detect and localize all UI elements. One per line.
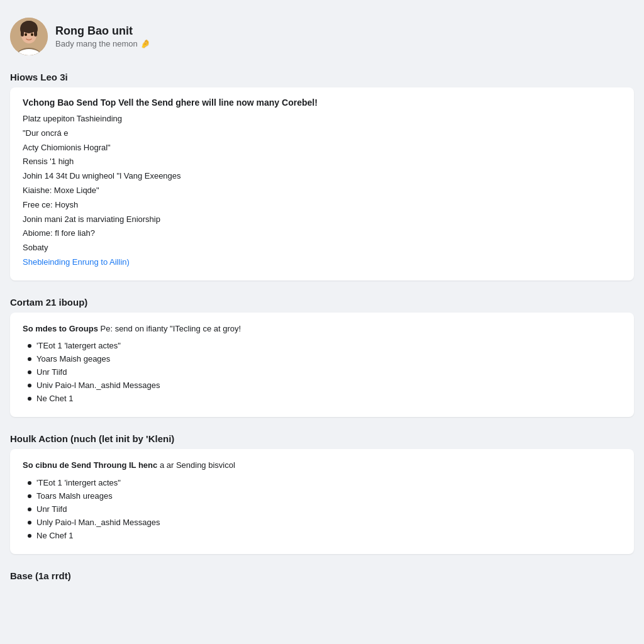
section1-lines: Platz upepiton Tashieinding "Dur oncrá e… (23, 113, 621, 269)
bullet-icon (28, 508, 31, 511)
profile-subtitle: Bady mang the nemon 🤌 (55, 39, 150, 48)
profile-info: Rong Bao unit Bady mang the nemon 🤌 (55, 25, 150, 48)
section1-line-2: "Dur oncrá e (23, 127, 621, 140)
bullet-icon (28, 397, 31, 401)
bullet-icon (28, 357, 31, 361)
section1-line-10: Sobaty (23, 242, 621, 255)
svg-point-6 (25, 33, 27, 36)
section3-list: 'TEot 1 'intergert actes" Toars Malsh ur… (23, 478, 621, 540)
section1-card-title: Vchong Bao Send Top Vell the Send ghere … (23, 97, 621, 108)
section1-line-3: Acty Chiomionis Hogral" (23, 142, 621, 155)
list-item: Unr Tiifd (28, 504, 621, 514)
section2-card: So mdes to Groups Pe: send on ifianty "I… (10, 313, 634, 418)
bullet-icon (28, 494, 31, 498)
list-item: Univ Paio-l Man._ashid Messages (28, 380, 621, 390)
bullet-icon (28, 344, 31, 348)
section1-line-6: Kiaishe: Moxe Liqde" (23, 184, 621, 197)
section1-line-7: Free ce: Hoysh (23, 199, 621, 212)
section1-link[interactable]: Shebleinding Enrung to Aillin) (23, 256, 621, 269)
list-item: Yoars Maish geages (28, 354, 621, 364)
section1-line-5: Johin 14 34t Du wnigheol "l Vang Exeenge… (23, 170, 621, 183)
svg-rect-4 (21, 27, 24, 36)
section1-card: Vchong Bao Send Top Vell the Send ghere … (10, 87, 634, 280)
list-item: Unr Tiifd (28, 367, 621, 377)
section4-header: Base (1a rrdt) (10, 564, 634, 586)
emoji-icon: 🤌 (140, 39, 150, 48)
bullet-icon (28, 521, 31, 525)
list-item: Ne Chef 1 (28, 531, 621, 540)
bullet-icon (28, 384, 31, 387)
section2-list: 'TEot 1 'latergert actes" Yoars Maish ge… (23, 341, 621, 403)
section1-header: Hiows Leo 3i (10, 65, 634, 87)
profile-name: Rong Bao unit (55, 25, 150, 38)
bullet-icon (28, 481, 31, 485)
section3-intro: So cibnu de Send Throung IL henc a ar Se… (23, 459, 621, 472)
section1-line-8: Jonin mani 2at is marviating Eniorship (23, 213, 621, 226)
list-item: 'TEot 1 'intergert actes" (28, 478, 621, 487)
svg-point-7 (31, 33, 33, 36)
bullet-icon (28, 534, 31, 538)
list-item: 'TEot 1 'latergert actes" (28, 341, 621, 350)
section1-line-1: Platz upepiton Tashieinding (23, 113, 621, 126)
list-item: Unly Paio-l Man._ashid Messages (28, 518, 621, 527)
section1-line-9: Abiome: fl fore liah? (23, 227, 621, 240)
list-item: Ne Chet 1 (28, 394, 621, 403)
avatar (10, 18, 48, 55)
list-item: Toars Malsh ureages (28, 491, 621, 501)
svg-rect-5 (34, 27, 37, 36)
section3-header: Houlk Action (nuch (let init by 'Kleni) (10, 427, 634, 449)
section2-header: Cortam 21 iboup) (10, 291, 634, 313)
profile-header: Rong Bao unit Bady mang the nemon 🤌 (10, 10, 634, 65)
section1-line-4: Rensis '1 high (23, 155, 621, 169)
section2-intro: So mdes to Groups Pe: send on ifianty "I… (23, 323, 621, 335)
bullet-icon (28, 370, 31, 374)
section3-card: So cibnu de Send Throung IL henc a ar Se… (10, 449, 634, 554)
